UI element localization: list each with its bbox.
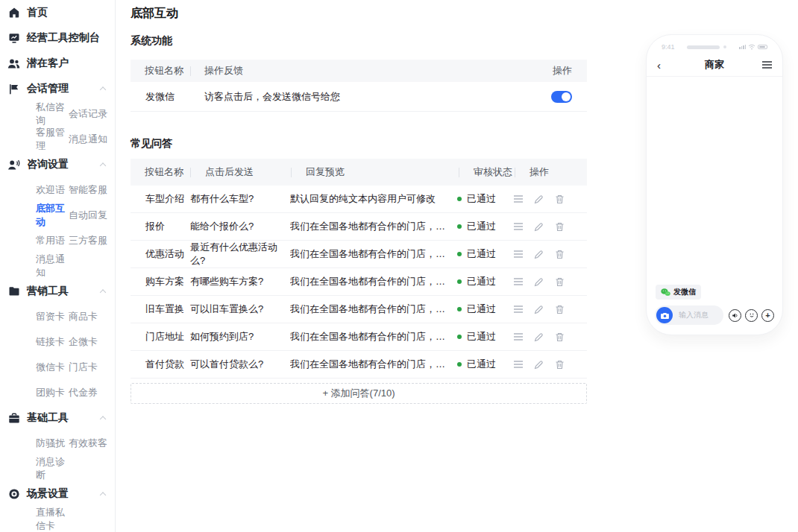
sidebar-subitem[interactable]: 私信咨询 xyxy=(21,101,69,127)
sidebar-item-label: 基础工具 xyxy=(27,411,69,425)
camera-dot-icon xyxy=(723,45,726,48)
edit-icon[interactable] xyxy=(533,194,544,205)
sidebar-item-session-manage[interactable]: 会话管理 xyxy=(0,76,115,101)
sidebar-subitem[interactable]: 会话记录 xyxy=(69,107,107,121)
phone-preview: 9:41 ‹ 商家 发微信 输入消息 xyxy=(646,34,783,335)
flag-icon xyxy=(7,83,20,95)
delete-icon[interactable] xyxy=(554,359,565,370)
message-input[interactable]: 输入消息 xyxy=(655,305,723,325)
sidebar-subitem[interactable]: 链接卡 xyxy=(21,335,69,349)
sidebar-subitem[interactable]: 欢迎语 xyxy=(21,183,69,197)
col-header-name: 按钮名称 xyxy=(131,64,190,77)
plus-icon[interactable]: + xyxy=(761,309,774,322)
sidebar-subitem[interactable]: 消息通知 xyxy=(21,253,69,279)
sidebar-item-marketing-tools[interactable]: 营销工具 xyxy=(0,279,115,304)
edit-icon[interactable] xyxy=(533,332,544,343)
col-header-feedback: 操作反馈 xyxy=(191,64,542,77)
edit-icon[interactable] xyxy=(533,304,544,315)
status-dot-icon xyxy=(457,335,462,339)
drag-handle-icon[interactable] xyxy=(512,276,524,288)
sidebar-subitem-row: 留资卡商品卡 xyxy=(0,304,115,329)
status-badge: 已通过 xyxy=(457,275,512,288)
drag-handle-icon[interactable] xyxy=(512,359,524,370)
collapse-caret-icon xyxy=(100,289,106,295)
drag-handle-icon[interactable] xyxy=(512,304,524,315)
feedback-cell: 访客点击后，会发送微信号给您 xyxy=(190,90,542,104)
sidebar-subitem[interactable]: 代金券 xyxy=(69,386,98,399)
delete-icon[interactable] xyxy=(554,332,565,343)
sidebar-subitem-row: 链接卡企微卡 xyxy=(0,329,115,355)
sidebar-subitem[interactable]: 消息诊断 xyxy=(21,455,69,482)
button-name-cell: 门店地址 xyxy=(131,330,190,343)
phone-input-row: 输入消息 + xyxy=(655,305,774,325)
wechat-toggle[interactable] xyxy=(551,91,572,103)
phone-nav-title: 商家 xyxy=(647,58,782,72)
emoji-icon[interactable] xyxy=(745,309,758,322)
sidebar-subitem[interactable]: 智能客服 xyxy=(69,183,107,197)
person-voice-icon xyxy=(7,159,20,171)
status-dot-icon xyxy=(457,279,462,284)
sidebar-subitem-row: 消息通知 xyxy=(0,253,115,279)
preview-cell: 我们在全国各地都有合作的门店，您可... xyxy=(290,220,447,233)
sidebar-subitem[interactable]: 有效获客 xyxy=(69,437,107,450)
delete-icon[interactable] xyxy=(554,221,565,232)
sidebar-subitem[interactable]: 客服管理 xyxy=(21,126,69,153)
sidebar-item-console[interactable]: 经营工具控制台 xyxy=(0,25,115,51)
edit-icon[interactable] xyxy=(533,221,544,232)
home-icon xyxy=(7,7,20,19)
sidebar-subitem[interactable]: 三方客服 xyxy=(69,234,107,247)
sidebar-subitem[interactable]: 微信卡 xyxy=(21,361,69,374)
sidebar-subitem[interactable]: 商品卡 xyxy=(69,310,98,323)
sidebar-item-home[interactable]: 首页 xyxy=(0,0,115,25)
drag-handle-icon[interactable] xyxy=(512,194,524,205)
button-name-cell: 报价 xyxy=(131,220,190,233)
sidebar-subitem[interactable]: 常用语 xyxy=(21,234,69,247)
table-row: 门店地址 如何预约到店? 我们在全国各地都有合作的门店，您可... 已通过 xyxy=(131,323,587,351)
collapse-caret-icon xyxy=(100,492,106,498)
sidebar-item-label: 会话管理 xyxy=(27,82,69,95)
send-text-cell: 能给个报价么? xyxy=(190,220,290,233)
wechat-quick-button[interactable]: 发微信 xyxy=(656,285,701,300)
sidebar-item-consult-settings[interactable]: 咨询设置 xyxy=(0,152,115,177)
sidebar-item-scene-settings[interactable]: 场景设置 xyxy=(0,481,115,507)
add-faq-button[interactable]: + 添加问答(7/10) xyxy=(131,383,587,404)
sidebar-subitem[interactable]: 消息通知 xyxy=(69,133,107,146)
sidebar-subitem[interactable]: 团购卡 xyxy=(21,386,69,399)
folder-icon xyxy=(7,285,20,298)
sidebar-subitem-row: 客服管理消息通知 xyxy=(0,127,115,152)
sidebar-subitem[interactable]: 直播私信卡 xyxy=(21,506,69,532)
sidebar-subitem-row: 消息诊断 xyxy=(0,456,115,481)
sidebar-subitem[interactable]: 门店卡 xyxy=(69,361,98,374)
voice-icon[interactable] xyxy=(729,309,741,322)
col-header-preview: 回复预览 xyxy=(292,165,459,179)
drag-handle-icon[interactable] xyxy=(512,249,524,260)
preview-cell: 我们在全国各地都有合作的门店，您可... xyxy=(290,330,447,343)
edit-icon[interactable] xyxy=(533,359,544,370)
delete-icon[interactable] xyxy=(554,276,565,288)
drag-handle-icon[interactable] xyxy=(512,221,524,232)
button-name-cell: 购车方案 xyxy=(131,275,190,288)
edit-icon[interactable] xyxy=(533,276,544,288)
sidebar-subitem[interactable]: 底部互动 xyxy=(21,202,69,229)
delete-icon[interactable] xyxy=(554,194,565,205)
collapse-caret-icon xyxy=(100,86,106,92)
sidebar-subitem[interactable]: 留资卡 xyxy=(21,310,69,323)
section-title-faq: 常见问答 xyxy=(131,137,172,151)
sidebar-subitem[interactable]: 防骚扰 xyxy=(21,437,69,450)
sidebar-subitem[interactable]: 企微卡 xyxy=(69,335,98,349)
send-text-cell: 可以旧车置换么? xyxy=(190,303,290,316)
delete-icon[interactable] xyxy=(554,249,565,260)
edit-icon[interactable] xyxy=(533,249,544,260)
table-row: 优惠活动 最近有什么优惠活动么? 我们在全国各地都有合作的门店，您可... 已通… xyxy=(131,241,587,268)
dashboard-icon xyxy=(7,32,20,45)
sidebar-item-leads[interactable]: 潜在客户 xyxy=(0,51,115,76)
table-row: 购车方案 有哪些购车方案? 我们在全国各地都有合作的门店，您可... 已通过 xyxy=(131,268,587,296)
sidebar-subitem-row: 直播私信卡 xyxy=(0,507,115,532)
sidebar-subitem-row: 私信咨询会话记录 xyxy=(0,101,115,127)
toolbox-icon xyxy=(7,412,20,425)
sidebar-item-basic-tools[interactable]: 基础工具 xyxy=(0,405,115,431)
delete-icon[interactable] xyxy=(554,304,565,315)
camera-icon[interactable] xyxy=(656,307,673,323)
sidebar-subitem[interactable]: 自动回复 xyxy=(69,209,107,222)
drag-handle-icon[interactable] xyxy=(512,332,524,343)
